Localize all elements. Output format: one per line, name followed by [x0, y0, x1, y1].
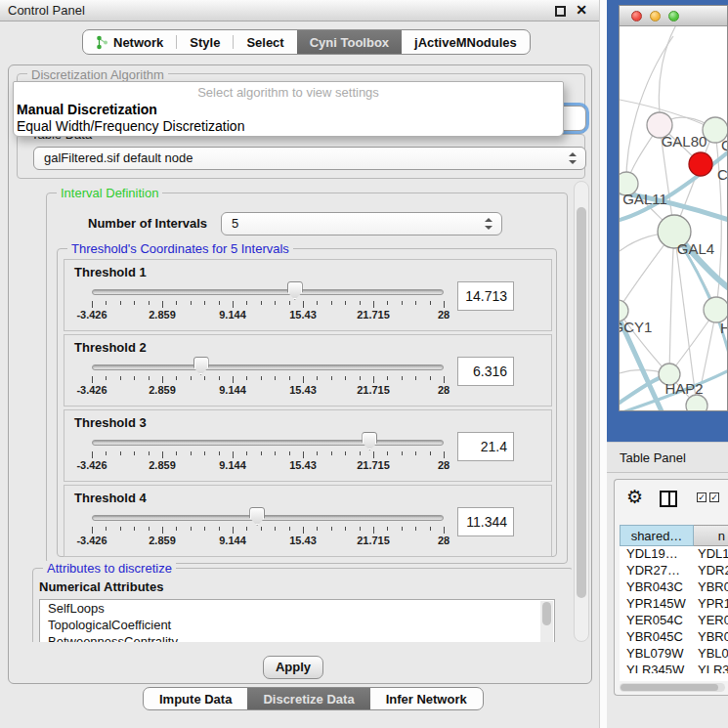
cell-name: YBR0 [694, 629, 728, 646]
network-edge[interactable] [669, 232, 674, 374]
table-row[interactable]: YBR043CYBR0 [620, 579, 728, 596]
tick-label: 15.43 [289, 535, 317, 546]
tick-mark [444, 451, 445, 458]
apply-button[interactable]: Apply [263, 656, 323, 679]
tab-style[interactable]: Style [177, 30, 233, 54]
network-canvas[interactable]: GAL80GACGAL11GAL4GCY1HHAP2 [620, 26, 727, 410]
table-header-row: shared… n [620, 525, 728, 546]
scrollbar-thumb[interactable] [577, 207, 586, 598]
table-row[interactable]: YPR145WYPR1 [620, 596, 728, 613]
tick-mark [149, 451, 150, 455]
network-node[interactable] [689, 152, 712, 176]
mac-zoom-icon[interactable] [668, 11, 679, 21]
tick-mark [120, 301, 121, 305]
network-edge[interactable] [659, 26, 678, 112]
tick-mark [191, 376, 192, 380]
slider-track[interactable] [92, 515, 444, 521]
app-root: Control Panel ✕ NetworkStyleSelectCyni T… [0, 0, 728, 728]
cell-name: YDR2 [694, 563, 728, 579]
tick-mark [261, 451, 262, 455]
tab-label: Select [246, 35, 283, 50]
slider-handle[interactable] [287, 281, 303, 300]
gear-icon[interactable]: ⚙ [626, 486, 643, 508]
tick-mark [204, 376, 205, 380]
table-row[interactable]: YDL19…YDL1 [620, 546, 728, 563]
thresholds-group-label: Threshold's Coordinates for 5 Intervals [67, 241, 293, 256]
table-row[interactable]: YLR345WYLR3 [620, 663, 728, 673]
column-header-shared-name[interactable]: shared… [620, 525, 694, 546]
attributes-group: Attributes to discretize Numerical Attri… [32, 568, 572, 642]
combo-spinner-icon [485, 218, 492, 230]
algorithm-option-equal-width[interactable]: Equal Width/Frequency Discretization [17, 118, 244, 134]
bottom-tab-discretize-data[interactable]: Discretize Data [247, 688, 369, 709]
threshold-value-input[interactable]: 21.4 [457, 432, 514, 461]
tick-mark [219, 527, 220, 531]
mac-close-icon[interactable] [631, 11, 642, 21]
tick-mark [176, 527, 177, 531]
node-label: GA [721, 137, 727, 153]
tick-mark [317, 527, 318, 531]
bottom-tab-infer-network[interactable]: Infer Network [370, 688, 483, 709]
column-header-name[interactable]: n [694, 525, 728, 546]
tick-mark [289, 301, 290, 305]
table-row[interactable]: YBL079WYBL0 [620, 646, 728, 663]
slider-handle[interactable] [193, 357, 209, 375]
settings-scrollbar[interactable] [574, 181, 589, 642]
tick-mark [402, 527, 403, 531]
checkbox-icon[interactable]: ✓ [697, 492, 707, 502]
algorithm-placeholder: Select algorithm to view settings [14, 85, 563, 100]
network-window: GAL80GACGAL11GAL4GCY1HHAP2 [619, 5, 728, 411]
slider-track[interactable] [92, 364, 444, 370]
node-label: GCY1 [620, 319, 652, 335]
attribute-list-item[interactable]: SelfLoops [40, 600, 554, 617]
number-of-intervals-combobox[interactable]: 5 [221, 212, 502, 236]
node-label: HAP2 [664, 380, 703, 397]
mac-minimize-icon[interactable] [650, 11, 661, 21]
tick-mark [303, 301, 304, 308]
checkbox-icon[interactable]: ✓ [709, 492, 719, 502]
float-window-icon[interactable] [555, 6, 566, 17]
slider-track[interactable] [92, 289, 444, 295]
bottom-tab-impute-data[interactable]: Impute Data [144, 688, 247, 709]
tick-mark [373, 376, 374, 383]
close-icon[interactable]: ✕ [576, 2, 587, 18]
table-body: YDL19…YDL1YDR27…YDR2YBR043CYBR0YPR145WYP… [620, 546, 728, 673]
slider-track[interactable] [92, 440, 444, 446]
tab-network[interactable]: Network [83, 30, 176, 54]
tick-mark [402, 301, 403, 305]
threshold-value-input[interactable]: 6.316 [457, 357, 514, 386]
tick-mark [360, 527, 361, 531]
tick-mark [373, 451, 374, 458]
tick-mark [261, 527, 262, 531]
tab-cyni-toolbox[interactable]: Cyni Toolbox [297, 30, 402, 54]
slider-handle[interactable] [249, 507, 265, 526]
table-row[interactable]: YER054CYER0 [620, 613, 728, 629]
threshold-value-input[interactable]: 14.713 [457, 281, 514, 311]
slider-handle[interactable] [362, 432, 377, 450]
tick-mark [134, 527, 135, 531]
attribute-list-item[interactable]: TopologicalCoefficient [40, 617, 554, 633]
threshold-value-input[interactable]: 11.344 [457, 507, 514, 536]
columns-icon[interactable] [660, 491, 677, 507]
tick-label: 21.715 [357, 384, 390, 396]
tab-select[interactable]: Select [234, 30, 296, 54]
tick-mark [120, 451, 121, 455]
network-node[interactable] [686, 395, 707, 410]
tick-mark [233, 527, 234, 534]
table-row[interactable]: YDR27…YDR2 [620, 563, 728, 579]
tick-mark [176, 376, 177, 380]
scrollbar-thumb[interactable] [542, 602, 551, 625]
attributes-list-scrollbar[interactable] [540, 601, 553, 642]
threshold-panel: Threshold 3-3.4262.8599.14415.4321.71528… [64, 409, 552, 482]
table-data-combobox[interactable]: galFiltered.sif default node [33, 147, 586, 170]
network-edge[interactable] [626, 36, 673, 184]
tick-mark [204, 451, 205, 455]
scrollbar-thumb[interactable] [621, 684, 718, 691]
attribute-list-item[interactable]: BetweennessCentrality [40, 633, 554, 642]
threshold-label: Threshold 3 [74, 415, 147, 430]
table-hscrollbar[interactable] [620, 683, 725, 692]
tab-jactivemnodules[interactable]: jActiveMNodules [402, 30, 530, 54]
table-row[interactable]: YBR045CYBR0 [620, 629, 728, 646]
algorithm-option-manual[interactable]: Manual Discretization [17, 102, 157, 117]
tick-mark [331, 301, 332, 305]
